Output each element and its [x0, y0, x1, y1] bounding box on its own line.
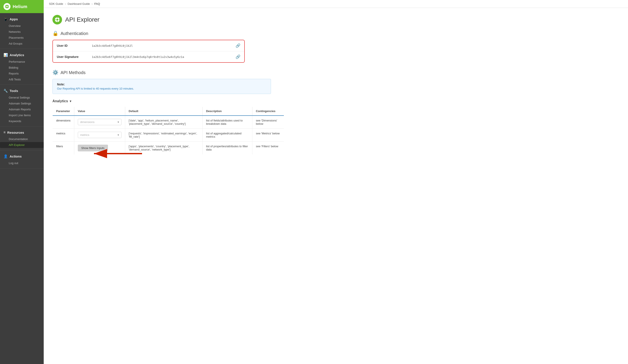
- param-filters: filters: [53, 142, 74, 155]
- show-filters-button[interactable]: Show filters Inputs: [78, 145, 108, 151]
- resources-icon: ≡: [3, 131, 5, 134]
- sidebar: Helium 📱 Apps Overview Networks Placemen…: [0, 0, 44, 364]
- default-filters: ['apps', 'placements', 'country', 'place…: [125, 142, 202, 155]
- apps-label: Apps: [10, 17, 18, 21]
- auth-userid-label: User ID: [57, 44, 92, 47]
- actions-icon: 👤: [3, 154, 8, 158]
- sidebar-item-ad-groups[interactable]: Ad Groups: [0, 41, 44, 47]
- sidebar-item-overview[interactable]: Overview: [0, 23, 44, 29]
- sidebar-item-adomain-reports[interactable]: Adomain Reports: [0, 106, 44, 112]
- sidebar-section-actions-header[interactable]: 👤 Actions: [0, 152, 44, 160]
- sidebar-section-analytics: 📊 Analytics Performance Bidding Reports …: [0, 49, 44, 85]
- sidebar-item-networks[interactable]: Networks: [0, 29, 44, 35]
- auth-userid-copy-icon[interactable]: 🔗: [236, 43, 240, 48]
- table-row: metrics metrics ▾ ['requests', 'impressi…: [53, 129, 284, 142]
- sidebar-item-ab-tests[interactable]: A/B Tests: [0, 76, 44, 82]
- auth-row-signature: User Signature 1a2b3c4d5e6f7g8h9i0j1k2l3…: [53, 51, 244, 62]
- table-header-description: Description: [203, 107, 252, 116]
- breadcrumb-sep-2: ›: [91, 2, 92, 5]
- auth-userid-value: 1a2b3c4d5e6f7g8h9i0j1k2l: [92, 44, 236, 47]
- sidebar-section-tools-header[interactable]: 🔧 Tools: [0, 87, 44, 95]
- description-metrics: list of aggregated/calculated metrics: [203, 129, 252, 142]
- table-header-parameter: Parameter: [53, 107, 74, 116]
- table-row: filters Show filters Inputs ['apps', 'pl…: [53, 142, 284, 155]
- sidebar-item-api-explorer[interactable]: API Explorer: [0, 142, 44, 148]
- app-logo: [3, 3, 10, 10]
- auth-section-title-row: 🔒 Authentication: [52, 31, 619, 36]
- default-metrics: ['requests', 'impressions', 'estimated_e…: [125, 129, 202, 142]
- auth-box: User ID 1a2b3c4d5e6f7g8h9i0j1k2l 🔗 User …: [52, 40, 245, 63]
- analytics-icon: 📊: [3, 53, 8, 57]
- sidebar-section-apps-header[interactable]: 📱 Apps: [0, 15, 44, 23]
- apps-icon: 📱: [3, 17, 8, 21]
- dimensions-select[interactable]: dimensions ▾: [78, 119, 122, 125]
- contingencies-metrics: see 'Metrics' below: [252, 129, 284, 142]
- auth-row-userid: User ID 1a2b3c4d5e6f7g8h9i0j1k2l 🔗: [53, 40, 244, 51]
- sidebar-section-resources-header[interactable]: ≡ Resources: [0, 129, 44, 136]
- sidebar-item-documentation[interactable]: Documentation: [0, 136, 44, 142]
- analytics-dropdown-label: Analytics: [52, 99, 68, 103]
- sidebar-item-import-line-items[interactable]: Import Line Items: [0, 112, 44, 118]
- param-metrics: metrics: [53, 129, 74, 142]
- auth-signature-label: User Signature: [57, 55, 92, 59]
- app-name: Helium: [13, 4, 27, 9]
- table-header-value: Value: [74, 107, 125, 116]
- table-header-default: Default: [125, 107, 202, 116]
- sidebar-item-reports[interactable]: Reports: [0, 71, 44, 76]
- contingencies-dimensions: see 'Dimensions' below: [252, 116, 284, 129]
- description-filters: list of properties/attributes to filter …: [203, 142, 252, 155]
- sidebar-item-keywords[interactable]: Keywords: [0, 118, 44, 124]
- breadcrumb-faq: FAQ: [94, 2, 100, 5]
- main-area: SDK Guide › Dashboard Guide › FAQ API Ex…: [44, 0, 628, 364]
- table-header-row: Parameter Value Default Description Cont…: [53, 107, 284, 116]
- dimensions-select-arrow: ▾: [118, 120, 119, 124]
- sidebar-section-tools: 🔧 Tools General Settings Adomain Setting…: [0, 85, 44, 127]
- note-body: Our Reporting API is limited to 40 reque…: [57, 87, 266, 90]
- api-methods-section-title-row: ⚙️ API Methods: [52, 70, 619, 75]
- tools-icon: 🔧: [3, 89, 8, 93]
- page-title-row: API Explorer: [52, 15, 619, 24]
- sidebar-item-adomain-settings[interactable]: Adomain Settings: [0, 100, 44, 106]
- analytics-dropdown-header[interactable]: Analytics ▾: [52, 99, 619, 103]
- svg-point-1: [6, 6, 8, 7]
- table-row: dimensions dimensions ▾ ['date', 'app', …: [53, 116, 284, 129]
- page-title: API Explorer: [65, 16, 99, 23]
- svg-point-7: [56, 19, 58, 21]
- auth-section-title: Authentication: [61, 31, 88, 36]
- auth-signature-value: 1a2b3c4d5e6f7g8h9i0j1k2l3m4n5o6p7q8r9s0t…: [92, 55, 236, 59]
- default-dimensions: ['date', 'app', 'helium_placement_name',…: [125, 116, 202, 129]
- metrics-select[interactable]: metrics ▾: [78, 132, 122, 138]
- api-methods-table: Parameter Value Default Description Cont…: [52, 107, 284, 155]
- breadcrumb-sdk-guide[interactable]: SDK Guide: [49, 2, 63, 5]
- actions-label: Actions: [10, 154, 22, 158]
- value-filters: Show filters Inputs: [74, 142, 125, 155]
- note-title: Note:: [57, 82, 266, 86]
- auth-lock-icon: 🔒: [52, 31, 58, 36]
- description-dimensions: list of fields/attributes used to breakd…: [203, 116, 252, 129]
- metrics-select-arrow: ▾: [118, 133, 119, 137]
- note-box: Note: Our Reporting API is limited to 40…: [52, 79, 271, 94]
- sidebar-item-bidding[interactable]: Bidding: [0, 65, 44, 71]
- analytics-label: Analytics: [10, 53, 24, 57]
- content-area: API Explorer 🔒 Authentication User ID 1a…: [44, 8, 628, 364]
- api-explorer-icon: [52, 15, 62, 24]
- chevron-down-icon: ▾: [70, 99, 71, 103]
- auth-signature-copy-icon[interactable]: 🔗: [236, 54, 240, 59]
- sidebar-item-log-out[interactable]: Log out: [0, 160, 44, 166]
- table-header-contingencies: Contingencies: [252, 107, 284, 116]
- sidebar-section-analytics-header[interactable]: 📊 Analytics: [0, 51, 44, 59]
- sidebar-item-general-settings[interactable]: General Settings: [0, 95, 44, 100]
- value-dimensions: dimensions ▾: [74, 116, 125, 129]
- sidebar-item-performance[interactable]: Performance: [0, 59, 44, 65]
- sidebar-section-apps: 📱 Apps Overview Networks Placements Ad G…: [0, 13, 44, 49]
- breadcrumb-dashboard-guide[interactable]: Dashboard Guide: [68, 2, 90, 5]
- sidebar-section-resources: ≡ Resources Documentation API Explorer: [0, 127, 44, 150]
- breadcrumb-sep-1: ›: [65, 2, 66, 5]
- api-methods-section-title: API Methods: [61, 70, 86, 75]
- sidebar-item-placements[interactable]: Placements: [0, 35, 44, 41]
- resources-label: Resources: [7, 131, 24, 134]
- dimensions-select-placeholder: dimensions: [80, 120, 95, 124]
- tools-label: Tools: [10, 89, 18, 93]
- contingencies-filters: see 'Filters' below: [252, 142, 284, 155]
- metrics-select-placeholder: metrics: [80, 133, 89, 137]
